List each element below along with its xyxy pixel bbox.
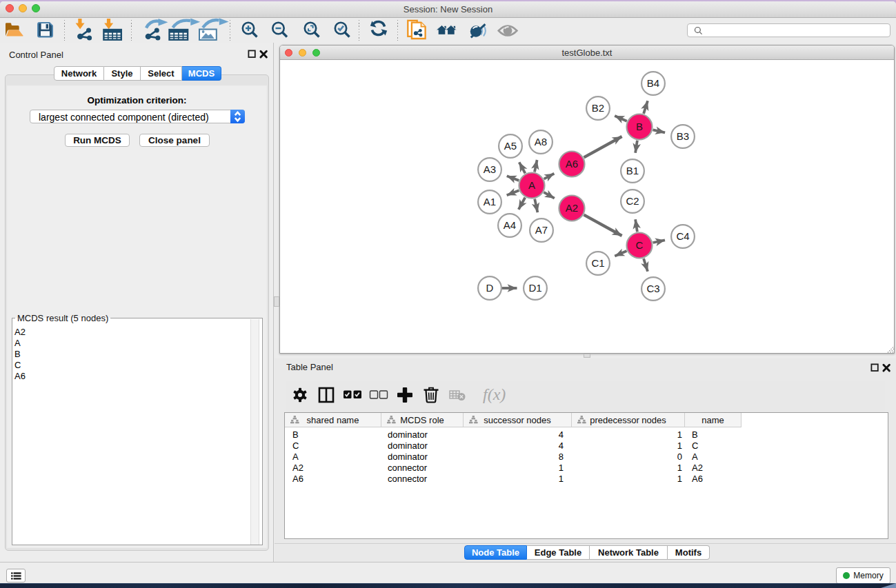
svg-text:A2: A2 [566, 202, 578, 214]
svg-text:D1: D1 [528, 282, 541, 294]
svg-text:D: D [486, 282, 494, 294]
svg-text:A6: A6 [566, 158, 578, 170]
svg-text:B1: B1 [626, 165, 639, 176]
svg-text:B2: B2 [592, 102, 604, 114]
svg-text:C2: C2 [626, 195, 639, 207]
svg-text:B4: B4 [647, 77, 659, 89]
svg-text:A5: A5 [504, 140, 517, 152]
svg-text:A4: A4 [504, 219, 516, 231]
svg-text:A1: A1 [484, 196, 496, 207]
svg-text:A: A [528, 179, 535, 191]
svg-text:A3: A3 [484, 163, 496, 175]
svg-text:C: C [636, 239, 644, 251]
svg-text:A7: A7 [535, 224, 548, 236]
svg-text:C3: C3 [646, 283, 659, 294]
svg-text:A8: A8 [535, 136, 547, 148]
svg-text:B: B [636, 121, 643, 132]
svg-text:C1: C1 [591, 257, 604, 269]
svg-text:C4: C4 [676, 230, 689, 242]
svg-text:f(x): f(x) [483, 385, 506, 403]
svg-text:B3: B3 [677, 130, 689, 142]
